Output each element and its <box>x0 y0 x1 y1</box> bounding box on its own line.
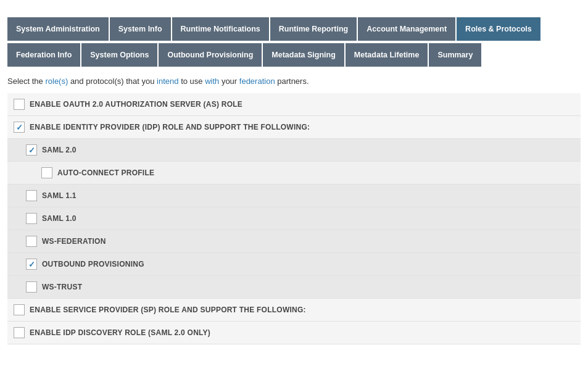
option-row-idp-role: ✓ENABLE IDENTITY PROVIDER (IDP) ROLE AND… <box>7 116 581 139</box>
checkbox-idp-role[interactable]: ✓ <box>14 122 25 133</box>
tab-metadata-lifetime[interactable]: Metadata Lifetime <box>346 43 428 67</box>
tab-federation-info[interactable]: Federation Info <box>7 43 80 67</box>
option-label-sp-role: ENABLE SERVICE PROVIDER (SP) ROLE AND SU… <box>30 306 306 314</box>
option-row-sp-role: ENABLE SERVICE PROVIDER (SP) ROLE AND SU… <box>7 299 581 322</box>
option-row-saml10: SAML 1.0 <box>7 207 581 230</box>
option-label-saml20: SAML 2.0 <box>42 146 77 154</box>
option-row-auto-connect: AUTO-CONNECT PROFILE <box>7 162 581 185</box>
tab-roles-protocols[interactable]: Roles & Protocols <box>457 17 540 41</box>
option-label-ws-federation: WS-FEDERATION <box>42 237 106 246</box>
option-row-idp-discovery: ENABLE IDP DISCOVERY ROLE (SAML 2.0 ONLY… <box>7 322 581 344</box>
tab-account-management[interactable]: Account Management <box>358 17 455 41</box>
tab-outbound-provisioning[interactable]: Outbound Provisioning <box>159 43 262 67</box>
tab-system-administration[interactable]: System Administration <box>7 17 109 41</box>
tab-system-info[interactable]: System Info <box>110 17 171 41</box>
checkbox-auto-connect[interactable] <box>41 167 52 178</box>
option-label-saml11: SAML 1.1 <box>42 191 77 200</box>
with-link[interactable]: with <box>205 77 219 86</box>
option-label-auto-connect: AUTO-CONNECT PROFILE <box>57 168 154 177</box>
tab-row-1: System AdministrationSystem InfoRuntime … <box>7 17 581 42</box>
option-row-saml20: ✓SAML 2.0 <box>7 139 581 162</box>
checkbox-outbound-provisioning[interactable]: ✓ <box>26 259 37 270</box>
intend-link[interactable]: intend <box>157 77 178 86</box>
option-row-ws-federation: WS-FEDERATION <box>7 230 581 253</box>
tab-system-options[interactable]: System Options <box>81 43 157 67</box>
tab-row-2: Federation InfoSystem OptionsOutbound Pr… <box>7 43 581 68</box>
option-row-oauth2-as: ENABLE OAUTH 2.0 AUTHORIZATION SERVER (A… <box>7 93 581 116</box>
checkbox-ws-trust[interactable] <box>26 281 37 293</box>
checkbox-saml10[interactable] <box>26 213 37 224</box>
checkbox-oauth2-as[interactable] <box>14 99 25 110</box>
tab-runtime-reporting[interactable]: Runtime Reporting <box>270 17 357 41</box>
checkbox-ws-federation[interactable] <box>26 236 37 247</box>
option-label-oauth2-as: ENABLE OAUTH 2.0 AUTHORIZATION SERVER (A… <box>30 100 242 109</box>
option-row-ws-trust: WS-TRUST <box>7 276 581 299</box>
checkbox-saml11[interactable] <box>26 190 37 201</box>
tab-summary[interactable]: Summary <box>429 43 481 67</box>
description: Select the role(s) and protocol(s) that … <box>7 77 581 86</box>
options-list: ENABLE OAUTH 2.0 AUTHORIZATION SERVER (A… <box>7 93 581 344</box>
option-row-outbound-provisioning: ✓OUTBOUND PROVISIONING <box>7 253 581 276</box>
tab-runtime-notifications[interactable]: Runtime Notifications <box>172 17 269 41</box>
checkbox-idp-discovery[interactable] <box>14 327 25 338</box>
option-label-ws-trust: WS-TRUST <box>42 283 82 291</box>
option-label-idp-discovery: ENABLE IDP DISCOVERY ROLE (SAML 2.0 ONLY… <box>30 328 210 337</box>
tab-metadata-signing[interactable]: Metadata Signing <box>263 43 344 67</box>
option-label-saml10: SAML 1.0 <box>42 214 77 223</box>
option-row-saml11: SAML 1.1 <box>7 185 581 207</box>
checkbox-sp-role[interactable] <box>14 304 25 315</box>
option-label-outbound-provisioning: OUTBOUND PROVISIONING <box>42 260 144 268</box>
role-link[interactable]: role(s) <box>45 77 68 86</box>
federation-link[interactable]: federation <box>239 77 275 86</box>
option-label-idp-role: ENABLE IDENTITY PROVIDER (IDP) ROLE AND … <box>30 123 310 131</box>
checkbox-saml20[interactable]: ✓ <box>26 144 37 156</box>
